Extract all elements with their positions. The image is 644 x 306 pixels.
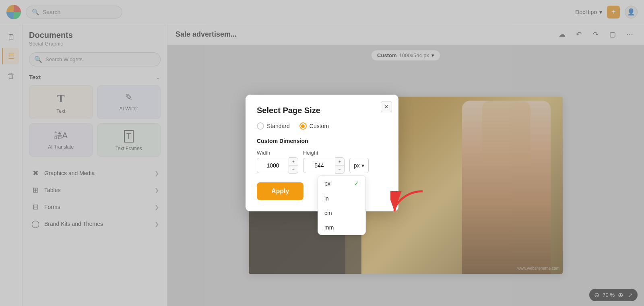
dimension-title: Custom Dimension bbox=[257, 138, 387, 144]
radio-standard-circle bbox=[257, 122, 264, 130]
unit-in-label: in bbox=[324, 195, 329, 202]
modal-close-btn[interactable]: ✕ bbox=[381, 101, 392, 112]
radio-custom[interactable]: Custom bbox=[299, 122, 329, 130]
width-increment-btn[interactable]: + bbox=[289, 158, 298, 165]
width-input[interactable]: 1000 bbox=[257, 158, 289, 173]
radio-group: Standard Custom bbox=[257, 122, 387, 130]
unit-px-label: px bbox=[324, 180, 330, 187]
height-field: Height 544 + − bbox=[303, 150, 345, 174]
arrow-svg bbox=[390, 187, 431, 219]
radio-custom-circle bbox=[299, 122, 307, 130]
width-input-group: 1000 + − bbox=[257, 157, 298, 174]
unit-option-px[interactable]: px ✓ bbox=[318, 176, 365, 191]
unit-option-in[interactable]: in bbox=[318, 191, 365, 206]
modal-backdrop[interactable]: Select Page Size ✕ Standard Custom Custo… bbox=[0, 0, 644, 306]
unit-dropdown: px ✓ in cm mm bbox=[318, 175, 366, 235]
unit-current-value: px bbox=[354, 162, 360, 169]
height-input-group: 544 + − bbox=[303, 157, 345, 174]
width-stepper: + − bbox=[289, 157, 298, 174]
unit-option-cm[interactable]: cm bbox=[318, 206, 365, 220]
unit-chevron: ▾ bbox=[361, 162, 364, 169]
height-stepper: + − bbox=[335, 157, 345, 174]
radio-custom-label: Custom bbox=[310, 123, 329, 129]
width-label: Width bbox=[257, 150, 298, 156]
unit-selector[interactable]: px ▾ px ✓ in cm mm bbox=[349, 158, 369, 173]
radio-standard-label: Standard bbox=[267, 123, 290, 129]
page-size-modal: Select Page Size ✕ Standard Custom Custo… bbox=[246, 95, 398, 211]
height-label: Height bbox=[303, 150, 345, 156]
unit-option-mm[interactable]: mm bbox=[318, 220, 365, 235]
width-decrement-btn[interactable]: − bbox=[289, 165, 298, 173]
width-field: Width 1000 + − bbox=[257, 150, 298, 174]
radio-custom-dot bbox=[301, 124, 305, 128]
height-decrement-btn[interactable]: − bbox=[335, 165, 344, 173]
dimension-row: Width 1000 + − Height 544 + − bbox=[257, 150, 387, 174]
unit-cm-label: cm bbox=[324, 210, 332, 216]
height-increment-btn[interactable]: + bbox=[335, 158, 344, 165]
red-arrow-annotation bbox=[390, 187, 431, 221]
unit-mm-label: mm bbox=[324, 224, 334, 231]
radio-standard[interactable]: Standard bbox=[257, 122, 290, 130]
height-input[interactable]: 544 bbox=[303, 158, 335, 173]
unit-px-check: ✓ bbox=[354, 180, 359, 187]
modal-title: Select Page Size bbox=[257, 106, 387, 115]
apply-button[interactable]: Apply bbox=[257, 182, 303, 200]
